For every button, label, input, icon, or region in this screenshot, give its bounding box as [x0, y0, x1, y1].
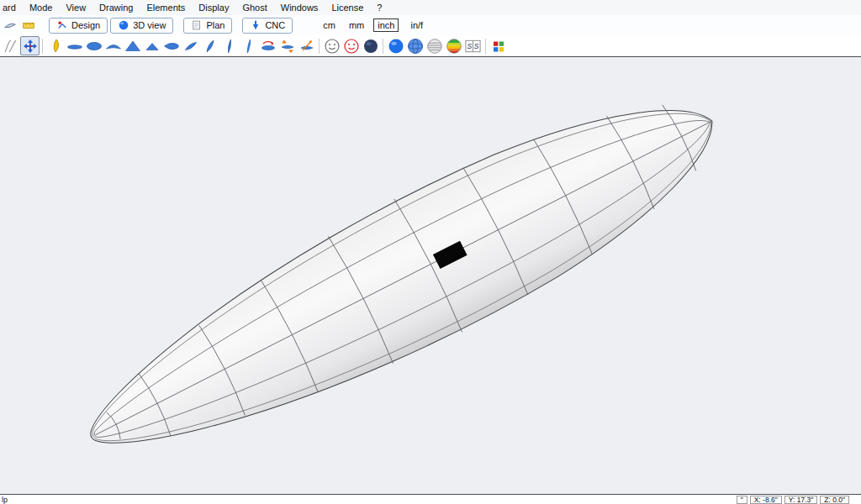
menu-drawing[interactable]: Drawing — [92, 3, 140, 13]
sphere-dark-icon[interactable] — [361, 36, 380, 55]
ellipse-icon[interactable] — [84, 36, 103, 55]
board-file-icon[interactable] — [2, 17, 18, 34]
board-thin-icon[interactable] — [219, 36, 239, 55]
menu-license[interactable]: License — [325, 3, 370, 13]
sphere-wire-icon[interactable] — [405, 36, 425, 55]
plan-button-label: Plan — [206, 20, 224, 30]
unit-indicator: " — [737, 496, 747, 504]
3d-viewport[interactable] — [0, 57, 861, 494]
menu-elements[interactable]: Elements — [140, 3, 192, 13]
outline-tool-icon[interactable] — [1, 36, 20, 55]
3d-view-button-label: 3D view — [133, 20, 166, 30]
menu-windows[interactable]: Windows — [274, 3, 325, 13]
tools-toolbar: S S — [0, 35, 861, 57]
smiley-outline-icon[interactable] — [322, 36, 341, 55]
3d-view-button[interactable]: 3D view — [110, 18, 173, 34]
unit-selector: cm mm inch in/f — [311, 18, 425, 32]
rotate-board-icon[interactable] — [258, 36, 277, 55]
board-sliver-icon[interactable] — [239, 36, 258, 55]
board-outline — [59, 57, 745, 494]
smiley-red-icon[interactable] — [341, 36, 361, 55]
cnc-button-label: CNC — [265, 20, 285, 30]
board-tilt-icon[interactable] — [181, 36, 200, 55]
unit-cm[interactable]: cm — [321, 19, 337, 31]
move-tool-icon[interactable] — [20, 36, 40, 55]
status-left-text: lp — [0, 496, 8, 504]
design-icon — [56, 19, 68, 31]
arc-icon[interactable] — [103, 36, 123, 55]
menu-help[interactable]: ? — [370, 3, 388, 13]
flip-board-icon[interactable] — [277, 36, 297, 55]
menu-board[interactable]: ard — [0, 3, 23, 13]
toolbar-separator — [485, 39, 486, 54]
board-plan-icon[interactable] — [161, 36, 181, 55]
toolbar-separator — [383, 39, 383, 54]
slice-view-icon[interactable]: S S — [463, 36, 483, 55]
design-button-label: Design — [71, 20, 100, 30]
color-grid-icon[interactable] — [489, 36, 508, 55]
menu-ghost[interactable]: Ghost — [235, 3, 273, 13]
triangle-alt-icon[interactable] — [142, 36, 161, 55]
unit-inf[interactable]: in/f — [409, 19, 425, 31]
status-bar: lp " X: -8.6" Y: 17.3" Z: 0.0" — [0, 494, 861, 504]
sphere-blue-icon[interactable] — [386, 36, 405, 55]
plan-sheet-icon — [191, 19, 203, 31]
menu-display[interactable]: Display — [192, 3, 235, 13]
ellipse-flat-icon[interactable] — [65, 36, 84, 55]
sphere-rainbow-icon[interactable] — [444, 36, 463, 55]
x-coordinate: X: -8.6" — [750, 496, 782, 504]
toolbar-separator — [319, 39, 320, 54]
sphere-icon — [118, 19, 129, 31]
scale-board-icon[interactable] — [297, 36, 316, 55]
z-coordinate: Z: 0.0" — [820, 496, 849, 504]
toolbar-separator — [42, 39, 43, 54]
triangle-icon[interactable] — [123, 36, 142, 55]
coordinate-readout: " X: -8.6" Y: 17.3" Z: 0.0" — [737, 495, 849, 504]
plan-button[interactable]: Plan — [183, 18, 232, 34]
surfboard-render — [0, 57, 861, 494]
slice-view-label: S S — [467, 42, 479, 50]
unit-inch-selected[interactable]: inch — [373, 18, 399, 32]
ruler-icon[interactable] — [20, 17, 37, 34]
stringer-line — [96, 122, 711, 435]
pen-tool-icon[interactable] — [45, 36, 65, 55]
menu-bar: ard Mode View Drawing Elements Display G… — [0, 0, 861, 15]
menu-view[interactable]: View — [59, 3, 92, 13]
cnc-button[interactable]: CNC — [242, 18, 293, 34]
cnc-bit-icon — [250, 19, 261, 31]
sphere-stripes-icon[interactable] — [425, 36, 444, 55]
design-button[interactable]: Design — [49, 18, 108, 34]
board-angle-icon[interactable] — [200, 36, 219, 55]
main-toolbar: Design 3D view Plan CNC cm mm inch in/f — [0, 15, 861, 35]
menu-mode[interactable]: Mode — [23, 3, 60, 13]
y-coordinate: Y: 17.3" — [784, 496, 817, 504]
unit-mm[interactable]: mm — [347, 19, 366, 31]
